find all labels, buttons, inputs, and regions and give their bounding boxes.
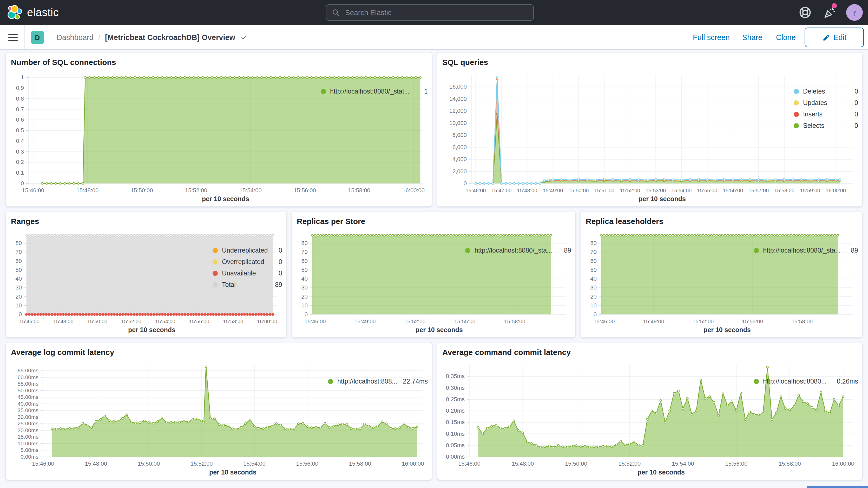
legend-item[interactable]: http://localhost:8080/_stat...1 xyxy=(319,86,428,97)
svg-text:15:52:00: 15:52:00 xyxy=(692,318,714,324)
svg-text:50: 50 xyxy=(16,267,22,273)
svg-text:15:52:00: 15:52:00 xyxy=(404,318,426,324)
svg-text:15:50:00: 15:50:00 xyxy=(138,460,160,467)
legend-item[interactable]: http://localhost:808...22.74ms xyxy=(326,376,428,387)
svg-text:15:47:00: 15:47:00 xyxy=(491,188,512,193)
svg-text:0.15ms: 0.15ms xyxy=(446,419,465,425)
legend-swatch-icon xyxy=(213,271,218,276)
svg-text:15:52:00: 15:52:00 xyxy=(620,188,640,193)
legend-item[interactable]: Underreplicated0 xyxy=(211,245,282,256)
legend-value: 89 xyxy=(846,247,858,254)
legend-item[interactable]: Updates0 xyxy=(792,97,858,109)
dashboard-toolbar: D Dashboard / [Metricbeat CockroachDB] O… xyxy=(0,25,868,50)
toolbar-divider xyxy=(24,25,25,49)
svg-text:8,000: 8,000 xyxy=(453,132,467,138)
edit-button[interactable]: Edit xyxy=(805,28,864,47)
svg-text:15:55:00: 15:55:00 xyxy=(697,188,717,193)
panel-title[interactable]: SQL queries xyxy=(442,58,858,68)
chart-sql-queries: 02,0004,0006,0008,00010,00012,00014,0001… xyxy=(441,71,792,204)
svg-text:per 10 seconds: per 10 seconds xyxy=(638,468,685,476)
svg-text:0.4: 0.4 xyxy=(16,138,24,144)
chart-legend: http://localhost:808...22.74ms xyxy=(326,361,428,478)
legend-item[interactable]: http://localhost:8080/_sta...89 xyxy=(463,245,571,256)
svg-text:80: 80 xyxy=(590,240,597,246)
svg-text:0: 0 xyxy=(305,311,308,317)
legend-item[interactable]: Deletes0 xyxy=(792,86,858,97)
horizontal-scrollbar-thumb[interactable] xyxy=(807,486,868,488)
legend-label: Underreplicated xyxy=(222,247,268,254)
legend-item[interactable]: Total89 xyxy=(211,279,282,291)
share-button[interactable]: Share xyxy=(742,25,762,50)
svg-text:10: 10 xyxy=(590,302,597,309)
svg-text:50: 50 xyxy=(302,267,308,273)
app-viewport: elastic r xyxy=(0,0,868,488)
menu-icon[interactable] xyxy=(8,34,18,41)
app-badge-letter: D xyxy=(35,33,40,41)
svg-text:15:46:00: 15:46:00 xyxy=(22,187,44,193)
search-input[interactable] xyxy=(344,8,528,17)
legend-value: 0.26ms xyxy=(832,378,858,385)
legend-item[interactable]: Inserts0 xyxy=(792,109,858,120)
page-title[interactable]: [Metricbeat CockroachDB] Overview xyxy=(105,33,235,41)
title-check-icon[interactable] xyxy=(240,34,247,41)
legend-label: Overreplicated xyxy=(222,258,264,266)
svg-text:70: 70 xyxy=(302,249,308,255)
svg-text:16,000: 16,000 xyxy=(450,84,467,90)
svg-text:60: 60 xyxy=(302,258,308,264)
svg-text:15:52:00: 15:52:00 xyxy=(619,460,641,467)
chart-replica-leaseholders: 0102030405060708015:46:0015:49:0015:52:0… xyxy=(585,230,751,335)
legend-item[interactable]: Overreplicated0 xyxy=(211,256,282,268)
svg-text:15:54:00: 15:54:00 xyxy=(671,188,691,193)
legend-value: 0 xyxy=(273,258,282,266)
fullscreen-button[interactable]: Full screen xyxy=(693,25,730,50)
legend-swatch-icon xyxy=(754,379,759,384)
legend-item[interactable]: http://localhost:8080/_sta...89 xyxy=(751,245,858,256)
chart-legend: Deletes0Updates0Inserts0Selects0 xyxy=(792,71,858,204)
breadcrumb-dashboard[interactable]: Dashboard xyxy=(57,33,94,41)
panel-sql-queries: SQL queries 02,0004,0006,0008,00010,0001… xyxy=(437,52,863,207)
panel-title[interactable]: Replica leaseholders xyxy=(586,217,858,227)
svg-text:70: 70 xyxy=(590,249,597,255)
panel-title[interactable]: Average log commit latency xyxy=(11,348,428,358)
clone-button[interactable]: Clone xyxy=(776,25,796,50)
panel-average-log-commit-latency: Average log commit latency 0.00ms5.00ms1… xyxy=(5,342,432,480)
svg-text:15.00ms: 15.00ms xyxy=(18,434,38,440)
svg-text:15:52:00: 15:52:00 xyxy=(185,187,207,193)
help-icon[interactable] xyxy=(799,6,811,19)
svg-text:60.00ms: 60.00ms xyxy=(18,374,38,380)
legend-swatch-icon xyxy=(794,100,799,105)
svg-text:14,000: 14,000 xyxy=(450,96,467,102)
svg-text:15:50:00: 15:50:00 xyxy=(565,460,587,467)
svg-text:15:46:00: 15:46:00 xyxy=(466,188,486,193)
svg-text:0.6: 0.6 xyxy=(16,116,24,123)
legend-value: 89 xyxy=(559,247,571,254)
svg-text:45.00ms: 45.00ms xyxy=(18,394,38,400)
svg-text:10,000: 10,000 xyxy=(450,120,467,126)
legend-item[interactable]: Selects0 xyxy=(792,120,858,131)
panel-title[interactable]: Ranges xyxy=(11,217,282,227)
legend-value: 0 xyxy=(849,122,858,129)
svg-text:0.2: 0.2 xyxy=(16,159,24,165)
svg-text:40: 40 xyxy=(302,275,308,282)
avatar-initial: r xyxy=(853,8,856,17)
legend-value: 0 xyxy=(849,88,858,95)
svg-text:10: 10 xyxy=(302,302,308,309)
svg-text:0: 0 xyxy=(21,180,24,187)
svg-text:60: 60 xyxy=(16,258,22,264)
elastic-logo-icon[interactable] xyxy=(7,5,23,20)
global-search[interactable] xyxy=(326,4,534,21)
svg-text:per 10 seconds: per 10 seconds xyxy=(704,326,751,333)
brand-wordmark: elastic xyxy=(27,0,59,25)
legend-label: http://localhost:8080/_stat... xyxy=(330,88,410,95)
svg-text:30: 30 xyxy=(302,284,308,291)
panel-number-of-sql-connections: Number of SQL connections 00.10.20.30.40… xyxy=(5,52,432,207)
panel-title[interactable]: Number of SQL connections xyxy=(11,58,428,68)
legend-item[interactable]: Unavailable0 xyxy=(211,268,282,279)
user-avatar[interactable]: r xyxy=(846,4,863,21)
panel-title[interactable]: Average command commit latency xyxy=(442,348,858,358)
legend-swatch-icon xyxy=(321,89,326,94)
legend-swatch-icon xyxy=(213,282,218,287)
legend-item[interactable]: http://localhost:8080...0.26ms xyxy=(751,376,858,387)
panel-title[interactable]: Replicas per Store xyxy=(297,217,571,227)
svg-text:15:56:00: 15:56:00 xyxy=(189,318,210,324)
